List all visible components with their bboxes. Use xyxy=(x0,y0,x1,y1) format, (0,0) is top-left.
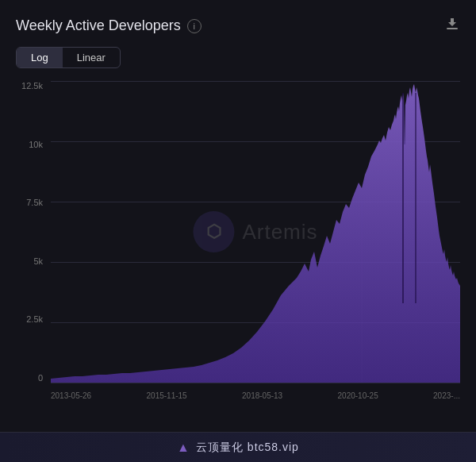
y-label-3: 5k xyxy=(33,256,43,266)
chart-area: 12.5k 10k 7.5k 5k 2.5k 0 ⬡ Artemis xyxy=(16,81,460,422)
grid-line-5 xyxy=(51,383,460,383)
x-label-2: 2018-05-13 xyxy=(242,391,282,400)
svg-rect-0 xyxy=(447,28,458,29)
x-label-4: 2023-... xyxy=(433,391,460,400)
bottom-bar-icon: ▲ xyxy=(177,441,190,455)
chart-inner: ⬡ Artemis xyxy=(51,81,460,383)
x-label-3: 2020-10-25 xyxy=(338,391,378,400)
y-label-2: 7.5k xyxy=(26,198,43,207)
bottom-bar-text: 云顶量化 btc58.vip xyxy=(196,441,299,455)
y-label-4: 2.5k xyxy=(26,314,43,324)
x-axis: 2013-05-26 2015-11-15 2018-05-13 2020-10… xyxy=(51,391,460,400)
download-icon[interactable] xyxy=(444,16,460,36)
x-label-1: 2015-11-15 xyxy=(147,391,187,400)
header: Weekly Active Developers i xyxy=(16,16,460,36)
y-label-5: 0 xyxy=(38,373,43,383)
linear-toggle-button[interactable]: Linear xyxy=(63,48,120,67)
area-chart-svg xyxy=(51,81,460,383)
scale-toggle-group: Log Linear xyxy=(16,47,121,68)
y-axis: 12.5k 10k 7.5k 5k 2.5k 0 xyxy=(16,81,48,383)
y-label-0: 12.5k xyxy=(21,81,43,90)
x-label-0: 2013-05-26 xyxy=(51,391,91,400)
log-toggle-button[interactable]: Log xyxy=(17,48,63,67)
main-container: Weekly Active Developers i Log Linear 12… xyxy=(0,0,476,462)
info-icon[interactable]: i xyxy=(187,19,202,33)
bottom-bar: ▲ 云顶量化 btc58.vip xyxy=(0,432,476,462)
y-label-1: 10k xyxy=(29,140,43,149)
chart-title: Weekly Active Developers xyxy=(16,17,181,34)
title-area: Weekly Active Developers i xyxy=(16,17,202,34)
